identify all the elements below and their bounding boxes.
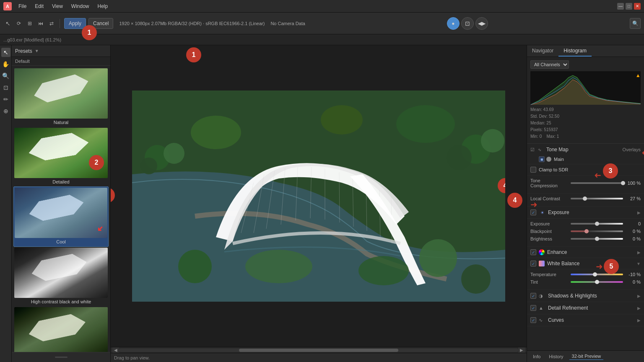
preset-item-highcontrast[interactable]: High contrast black and white xyxy=(13,247,109,306)
shadows-check-icon[interactable]: ✓ xyxy=(530,293,536,299)
brightness-track[interactable] xyxy=(571,238,623,240)
shadows-arrow-icon[interactable]: ▶ xyxy=(637,294,641,298)
main-toolbar: ↖ ⟳ ⊞ ⏮ ⇄ Apply Cancel 1920 × 1080px 2.0… xyxy=(0,13,644,34)
enhance-check-icon[interactable]: ✓ xyxy=(530,249,536,255)
detail-check-icon[interactable]: ✓ xyxy=(530,305,536,311)
blackpoint-thumb[interactable] xyxy=(584,229,589,233)
toolbar-icon-5[interactable]: ⇄ xyxy=(47,19,56,28)
presets-default-label: Default xyxy=(12,57,110,66)
presets-collapse-icon[interactable]: ▼ xyxy=(35,49,39,53)
preset-item-natural[interactable]: Natural xyxy=(13,67,109,127)
wb-arrow-icon[interactable]: ▼ xyxy=(636,261,641,266)
tool-brush[interactable]: ✏ xyxy=(1,95,10,104)
tab-navigator[interactable]: Navigator xyxy=(527,45,558,57)
nav-btn-2[interactable]: ⊡ xyxy=(461,17,474,30)
panel-resize-handle[interactable] xyxy=(12,352,110,362)
tool-target[interactable]: ⊕ xyxy=(1,106,10,116)
detail-arrow-icon[interactable]: ▶ xyxy=(637,306,641,310)
exposure-section-label: Exposure xyxy=(548,209,637,215)
local-contrast-thumb[interactable] xyxy=(583,197,587,201)
exposure-thumb[interactable] xyxy=(595,222,599,226)
histogram-stats: Mean: 43.69 Std. Dev: 52.50 Median: 25 P… xyxy=(530,106,641,140)
window-controls: — □ ✕ xyxy=(617,3,641,10)
cancel-button[interactable]: Cancel xyxy=(88,18,113,29)
nav-btn-1[interactable]: ● xyxy=(447,17,460,30)
detail-refinement-row[interactable]: ✓ ▲ Detail Refinement ▶ xyxy=(527,302,644,314)
tab-32bit-preview[interactable]: 32-bit Preview xyxy=(569,353,604,360)
callout-3-arrow: ➜ xyxy=(642,149,644,157)
tab-history[interactable]: History xyxy=(546,353,566,360)
scroll-left-icon[interactable]: ◀ xyxy=(112,347,119,353)
scrollbar-track xyxy=(119,349,518,352)
clamp-to-sdr-row[interactable]: Clamp to SDR xyxy=(527,164,644,176)
brightness-thumb[interactable] xyxy=(595,237,599,241)
curves-check-icon[interactable]: ✓ xyxy=(530,317,536,323)
tint-track[interactable] xyxy=(571,281,623,283)
tab-histogram[interactable]: Histogram xyxy=(558,45,592,57)
scrollbar-thumb[interactable] xyxy=(239,349,399,352)
curves-row[interactable]: ✓ ∿ Curves ▶ xyxy=(527,314,644,326)
exposure-section-arrow-icon[interactable]: ▶ xyxy=(637,210,641,215)
search-icon[interactable]: 🔍 xyxy=(630,18,641,29)
curves-arrow-icon[interactable]: ▶ xyxy=(637,318,641,323)
blackpoint-track[interactable] xyxy=(571,230,623,232)
tone-compression-row: Tone Compression 100 % xyxy=(530,178,641,188)
preset-item-dramatic[interactable]: Dramatic xyxy=(13,306,109,352)
close-button[interactable]: ✕ xyxy=(634,3,641,10)
temperature-thumb[interactable] xyxy=(593,272,597,277)
preset-name-highcontrast: High contrast black and white xyxy=(14,298,108,305)
svg-text:▲: ▲ xyxy=(636,72,641,78)
apply-button[interactable]: Apply xyxy=(64,18,86,29)
menu-edit[interactable]: Edit xyxy=(31,3,47,10)
tone-compression-group: Tone Compression 100 % xyxy=(527,176,644,194)
enhance-arrow-icon[interactable]: ▶ xyxy=(637,250,641,255)
preset-name-natural: Natural xyxy=(14,119,108,126)
tool-pointer[interactable]: ↖ xyxy=(1,48,10,57)
shadows-highlights-row[interactable]: ✓ ◑ Shadows & Highlights ▶ xyxy=(527,290,644,302)
preset-item-detailed[interactable]: Detailed xyxy=(13,127,109,186)
canvas-status-bar: Drag to pan view. xyxy=(111,353,527,362)
tone-compression-thumb[interactable] xyxy=(621,181,625,185)
blackpoint-value: 0 % xyxy=(626,229,641,234)
maximize-button[interactable]: □ xyxy=(626,3,632,10)
local-contrast-track[interactable] xyxy=(571,198,623,199)
canvas-scrollbar-horizontal[interactable]: ◀ ▶ xyxy=(111,347,527,353)
menu-view[interactable]: View xyxy=(49,3,66,10)
exposure-track[interactable] xyxy=(571,223,623,225)
toolbar-icon-3[interactable]: ⊞ xyxy=(25,19,34,28)
toolbar-icon-1[interactable]: ↖ xyxy=(3,19,13,28)
channel-select[interactable]: All Channels xyxy=(530,60,569,69)
menu-window[interactable]: Window xyxy=(68,3,93,10)
scroll-right-icon[interactable]: ▶ xyxy=(518,347,525,353)
right-panel: Navigator Histogram All Channels xyxy=(527,45,644,362)
svg-point-8 xyxy=(396,105,455,143)
nav-btn-3[interactable]: ◀▶ xyxy=(475,17,488,30)
right-panel-tabs: Navigator Histogram xyxy=(527,45,644,57)
temperature-track[interactable] xyxy=(571,274,623,275)
temperature-row: Temperature -10 % xyxy=(530,272,641,277)
tone-map-check-icon[interactable]: ☑ xyxy=(530,147,535,153)
canvas-area: 2 xyxy=(111,45,527,362)
exposure-check-icon[interactable]: ✓ xyxy=(530,209,536,215)
tool-zoom[interactable]: 🔍 xyxy=(1,71,10,80)
clamp-check-icon[interactable] xyxy=(530,167,536,173)
minimize-button[interactable]: — xyxy=(617,3,624,10)
tone-compression-track[interactable] xyxy=(571,182,623,184)
toolbar-icon-4[interactable]: ⏮ xyxy=(36,19,45,28)
preset-item-cool[interactable]: ➜ Cool xyxy=(13,186,109,247)
exposure-section-header[interactable]: ✓ ☀ Exposure ▶ ➜ xyxy=(527,207,644,219)
wb-check-icon[interactable]: ✓ xyxy=(530,261,536,266)
tool-crop[interactable]: ⊡ xyxy=(1,83,10,92)
brightness-value: 0 % xyxy=(626,236,641,241)
menu-help[interactable]: Help xyxy=(94,3,112,10)
tab-info[interactable]: Info xyxy=(530,353,543,360)
canvas-scroll[interactable]: 4 xyxy=(111,45,527,347)
tint-thumb[interactable] xyxy=(595,280,599,284)
shadows-highlights-label: Shadows & Highlights xyxy=(548,293,637,299)
right-panel-content: All Channels xyxy=(527,57,644,350)
white-balance-section-header[interactable]: ✓ White Balance ▼ xyxy=(527,258,644,269)
enhance-section-header[interactable]: ✓ Enhance ▶ xyxy=(527,247,644,258)
tool-hand[interactable]: ✋ xyxy=(1,59,10,69)
toolbar-icon-2[interactable]: ⟳ xyxy=(14,19,23,28)
menu-file[interactable]: File xyxy=(15,3,30,10)
